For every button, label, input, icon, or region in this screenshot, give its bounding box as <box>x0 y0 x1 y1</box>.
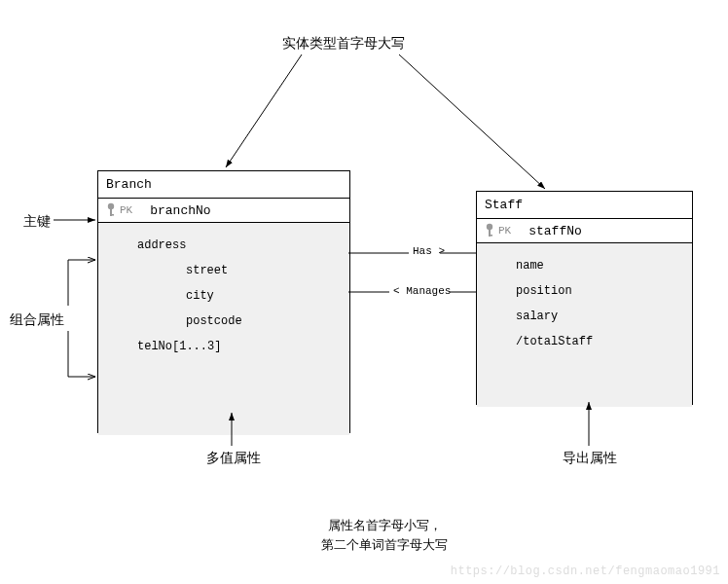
branch-attr-city: city <box>98 277 349 303</box>
svg-line-7 <box>399 55 545 189</box>
staff-attr-salary: salary <box>477 298 692 323</box>
staff-pk-attr: staffNo <box>528 224 582 238</box>
key-icon <box>485 223 494 238</box>
annotation-pk: 主键 <box>23 213 51 231</box>
pk-label: PK <box>498 225 511 237</box>
svg-line-6 <box>226 55 302 167</box>
staff-attr-name: name <box>477 247 692 273</box>
watermark: https://blog.csdn.net/fengmaomao1991 <box>451 565 720 578</box>
annotation-attr-naming: 属性名首字母小写， 第二个单词首字母大写 <box>302 517 467 555</box>
entity-branch-title: Branch <box>98 171 349 199</box>
staff-attrs: name position salary /totalStaff <box>477 243 692 407</box>
annotation-composite: 组合属性 <box>10 311 64 329</box>
branch-attrs: address street city postcode telNo[1...3… <box>98 223 349 435</box>
entity-branch: Branch PK branchNo address street city p… <box>97 170 350 433</box>
svg-rect-2 <box>110 214 114 216</box>
branch-pk-row: PK branchNo <box>98 199 349 223</box>
key-icon <box>106 202 116 218</box>
annotation-entity-caps: 实体类型首字母大写 <box>282 35 405 53</box>
pk-label: PK <box>120 204 132 216</box>
annotation-derived: 导出属性 <box>563 450 617 467</box>
staff-attr-position: position <box>477 273 692 298</box>
annotation-multivalue: 多值属性 <box>206 450 261 467</box>
branch-pk-attr: branchNo <box>150 203 210 218</box>
staff-pk-row: PK staffNo <box>477 219 692 243</box>
staff-attr-totalstaff: /totalStaff <box>477 323 692 348</box>
branch-attr-street: street <box>98 252 349 277</box>
branch-attr-postcode: postcode <box>98 303 349 328</box>
svg-rect-5 <box>489 235 492 237</box>
entity-staff-title: Staff <box>477 192 692 219</box>
branch-attr-address: address <box>98 227 349 252</box>
entity-staff: Staff PK staffNo name position salary /t… <box>476 191 693 405</box>
relationship-has: Has > <box>413 245 445 257</box>
branch-attr-telno: telNo[1...3] <box>98 328 349 353</box>
relationship-manages: < Manages <box>393 285 451 297</box>
